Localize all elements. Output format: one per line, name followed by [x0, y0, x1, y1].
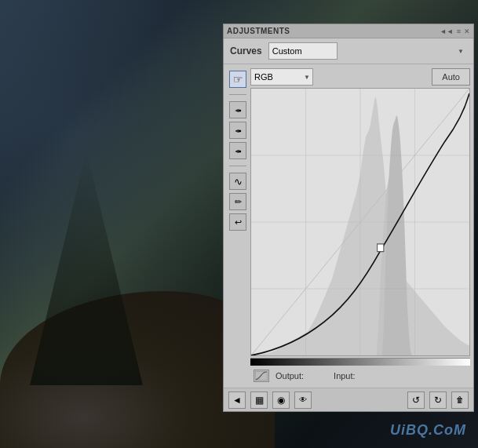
output-input-row: Output: Input: — [250, 367, 470, 384]
menu-icon[interactable]: ≡ — [457, 27, 461, 35]
curves-small-icon — [254, 370, 269, 382]
trash-icon: 🗑 — [456, 395, 464, 404]
control-point[interactable] — [378, 244, 384, 252]
pencil-tool-button[interactable]: ✏ — [229, 193, 246, 210]
smooth-icon: ↩ — [235, 217, 242, 228]
sample-shadows-button[interactable]: ✒ — [229, 101, 246, 118]
auto-button[interactable]: Auto — [432, 68, 470, 86]
back-button[interactable]: ◄ — [228, 392, 246, 409]
reset-icon: ↺ — [412, 395, 420, 406]
select-icon: ☞ — [233, 73, 243, 86]
preset-select-arrow-icon: ▼ — [458, 48, 464, 55]
adjustments-panel: ADJUSTMENTS ◄◄ ≡ ✕ Curves Custom Default… — [223, 24, 474, 412]
channel-select[interactable]: RGB Red Green Blue — [250, 68, 313, 86]
curves-graph[interactable] — [250, 88, 470, 356]
curves-svg — [251, 89, 469, 355]
reset-button[interactable]: ↺ — [407, 392, 425, 409]
smooth-button[interactable]: ↩ — [229, 213, 246, 231]
gradient-bar — [250, 358, 470, 366]
layer-mask-icon: ▦ — [255, 395, 264, 406]
visibility-button[interactable]: 👁 — [294, 392, 312, 409]
pencil-icon: ✏ — [235, 197, 242, 207]
curves-main: ☞ ✒ ✒ ✒ ∿ ✏ ↩ — [224, 64, 473, 388]
panel-title: ADJUSTMENTS — [227, 27, 290, 35]
left-toolbar: ☞ ✒ ✒ ✒ ∿ ✏ ↩ — [227, 67, 249, 384]
refresh-icon: ↻ — [434, 395, 442, 406]
highlight-eyedropper-icon: ✒ — [235, 146, 242, 156]
input-label: Input: — [334, 371, 356, 381]
show-curve-button[interactable]: ∿ — [229, 173, 246, 190]
back-icon: ◄ — [232, 395, 242, 406]
curve-icon: ∿ — [234, 176, 243, 188]
preset-select-wrapper: Custom Default Strong Contrast Linear Ne… — [268, 42, 467, 60]
sample-highlights-button[interactable]: ✒ — [229, 142, 246, 159]
delete-button[interactable]: 🗑 — [451, 392, 469, 409]
output-label: Output: — [275, 371, 304, 381]
refresh-button[interactable]: ↻ — [429, 392, 447, 409]
panel-title-icons: ◄◄ ≡ ✕ — [440, 27, 470, 35]
close-icon[interactable]: ✕ — [464, 27, 470, 35]
chart-container: RGB Red Green Blue ▼ Auto — [250, 67, 470, 384]
channel-select-wrapper: RGB Red Green Blue ▼ — [250, 68, 313, 86]
watermark: UiBQ.CoM — [390, 422, 466, 439]
curves-label: Curves — [230, 46, 262, 56]
collapse-icon[interactable]: ◄◄ — [440, 27, 454, 35]
bottom-toolbar: ◄ ▦ ◉ 👁 ↺ ↻ 🗑 — [224, 388, 473, 411]
shadow-eyedropper-icon: ✒ — [235, 105, 242, 115]
rgb-row: RGB Red Green Blue ▼ Auto — [250, 67, 470, 86]
sample-midtones-button[interactable]: ✒ — [229, 122, 246, 139]
preset-select[interactable]: Custom Default Strong Contrast Linear Ne… — [268, 42, 338, 60]
toolbar-separator-2 — [229, 166, 246, 166]
midtone-eyedropper-icon: ✒ — [235, 126, 242, 136]
select-tool-button[interactable]: ☞ — [229, 71, 246, 88]
globe-button[interactable]: ◉ — [272, 392, 290, 409]
toolbar-separator-1 — [229, 94, 246, 95]
curves-header: Curves Custom Default Strong Contrast Li… — [224, 38, 473, 64]
eye-icon: 👁 — [299, 395, 307, 404]
layer-mask-button[interactable]: ▦ — [250, 392, 268, 409]
panel-titlebar: ADJUSTMENTS ◄◄ ≡ ✕ — [224, 24, 473, 38]
globe-icon: ◉ — [277, 395, 285, 406]
